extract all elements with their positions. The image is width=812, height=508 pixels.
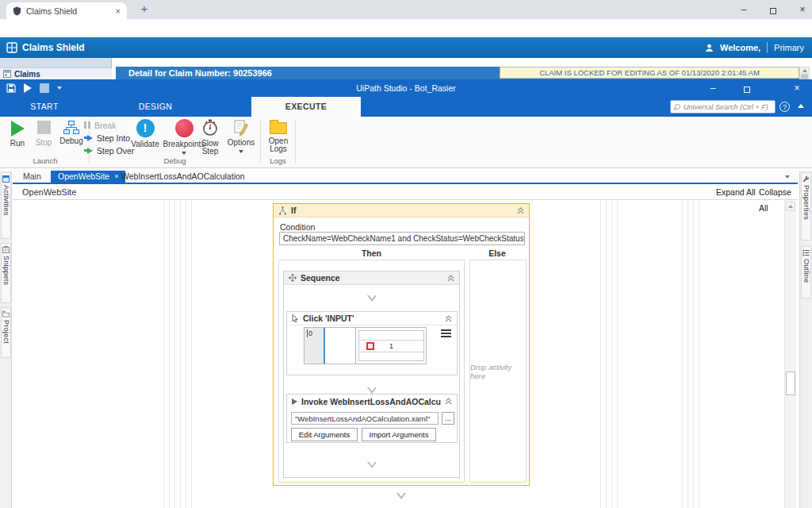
scrollbar-thumb[interactable] — [786, 371, 795, 395]
else-panel[interactable]: Drop activity here — [469, 260, 527, 483]
step-into-icon — [84, 135, 93, 141]
workflow-path-input[interactable]: "WebInsertLossAndAOCalculation.xaml" — [291, 412, 439, 425]
designer-scrollbar[interactable] — [784, 200, 796, 508]
welcome-label[interactable]: Welcome, — [720, 43, 760, 52]
project-folder-icon — [2, 310, 10, 318]
if-activity[interactable]: If Condition CheckName=WebCheckName1 and… — [273, 203, 530, 486]
thumb-cell-text: 0 — [307, 329, 312, 337]
click-input-activity[interactable]: Click 'INPUT' 0 — [286, 311, 458, 375]
sequence-activity[interactable]: Sequence Click 'INPUT' — [283, 271, 460, 478]
thumb-table: 1 — [358, 330, 424, 361]
page-scrollbar-thumb[interactable] — [801, 74, 808, 79]
document-tabstrip: Main OpenWebSite × WebInsertLossAndAOCal… — [13, 171, 799, 183]
profile-link[interactable]: Primary — [774, 43, 804, 52]
tab-execute[interactable]: EXECUTE — [251, 97, 361, 117]
search-placeholder: Universal Search (Ctrl + F) — [684, 103, 768, 111]
group-label-launch: Launch — [5, 156, 86, 165]
open-logs-button[interactable]: Open Logs — [265, 119, 292, 153]
panel-tab-activities[interactable]: Activities — [1, 172, 11, 239]
run-button[interactable]: Run — [5, 119, 30, 148]
uipath-restore-button[interactable] — [733, 79, 760, 97]
breadcrumb[interactable]: OpenWebSite — [22, 184, 76, 200]
page-scrollbar[interactable] — [799, 67, 810, 79]
panel-tab-snippets[interactable]: Snippets — [1, 243, 11, 303]
group-separator — [295, 119, 296, 164]
break-button[interactable]: Break — [84, 120, 116, 130]
panel-tab-properties[interactable]: Properties — [801, 172, 811, 241]
options-icon — [234, 120, 248, 136]
tab-close-icon[interactable]: × — [116, 6, 121, 16]
slow-step-button[interactable]: Slow Step — [197, 119, 224, 156]
collapse-chevron-icon[interactable] — [517, 207, 524, 214]
scroll-up-icon — [788, 205, 793, 208]
universal-search-input[interactable]: Universal Search (Ctrl + F) — [670, 100, 776, 114]
breakpoint-icon — [175, 119, 193, 137]
browser-tabstrip: Claims Shield × + – × — [0, 0, 812, 19]
expand-all-link[interactable]: Expand All — [716, 184, 756, 200]
help-button[interactable]: ? — [779, 102, 790, 112]
uipath-minimize-button[interactable]: – — [699, 79, 726, 97]
browser-minimize-button[interactable]: – — [730, 0, 758, 19]
shield-favicon-icon — [13, 6, 21, 16]
browser-tab-claims-shield[interactable]: Claims Shield × — [6, 2, 127, 19]
collapse-chevron-icon[interactable] — [447, 275, 454, 282]
browser-close-button[interactable]: × — [788, 0, 812, 19]
tab-design[interactable]: DESIGN — [127, 97, 184, 117]
sequence-title: Sequence — [301, 273, 443, 283]
uipath-window-title: UiPath Studio - Bot_Rasier — [0, 79, 812, 97]
scrollbar-up-button[interactable] — [786, 202, 795, 211]
browse-button[interactable]: ... — [442, 412, 454, 425]
new-tab-button[interactable]: + — [136, 2, 152, 15]
else-label: Else — [469, 248, 526, 258]
cursor-icon — [292, 314, 299, 323]
validate-button[interactable]: ! Validate — [128, 119, 162, 148]
stopwatch-icon — [202, 119, 218, 137]
step-over-button[interactable]: Step Over — [84, 145, 134, 156]
browser-restore-button[interactable] — [759, 0, 787, 19]
collapse-chevron-icon[interactable] — [445, 315, 452, 322]
hamburger-menu-icon[interactable] — [441, 329, 451, 337]
import-arguments-button[interactable]: Import Arguments — [362, 428, 436, 441]
activities-icon — [2, 175, 10, 183]
click-activity-header[interactable]: Click 'INPUT' — [287, 312, 457, 325]
if-activity-header[interactable]: If — [274, 204, 529, 217]
drop-connector-icon — [367, 295, 377, 302]
claims-label: Claims — [14, 70, 40, 79]
condition-label: Condition — [280, 222, 315, 232]
step-into-button[interactable]: Step Into — [84, 133, 130, 143]
uipath-close-button[interactable]: × — [783, 79, 810, 97]
screen: Claims Shield × + – × ← → ↻ ⚠ Not secure… — [0, 0, 812, 508]
tab-overflow-chevron-icon[interactable] — [785, 175, 790, 179]
collapse-chevron-icon[interactable] — [445, 398, 452, 405]
pause-icon — [84, 121, 90, 129]
tab-main[interactable]: Main — [16, 171, 48, 183]
sequence-header[interactable]: Sequence — [284, 271, 459, 285]
panel-tab-outline[interactable]: Outline — [801, 246, 811, 298]
group-label-logs: Logs — [261, 156, 295, 165]
panel-tab-project[interactable]: Project — [1, 307, 11, 358]
options-button[interactable]: Options — [225, 119, 257, 153]
edit-arguments-button[interactable]: Edit Arguments — [291, 428, 358, 441]
webapp-header: Claims Shield Welcome, Primary — [0, 37, 812, 58]
restore-icon — [744, 87, 750, 93]
designer-toolbar: OpenWebSite Expand All Collapse All — [13, 184, 798, 200]
tab-webinsertlossandaocalculation[interactable]: WebInsertLossAndAOCalculation — [114, 171, 252, 183]
thumb-value: 1 — [389, 342, 393, 350]
debug-icon — [63, 121, 79, 134]
invoke-workflow-activity[interactable]: Invoke WebInsertLossAndAOCalculation wor… — [286, 394, 458, 443]
sidebar-item-claims[interactable]: Claims — [0, 67, 112, 79]
invoke-activity-header[interactable]: Invoke WebInsertLossAndAOCalculation wor… — [287, 394, 457, 408]
if-title: If — [291, 206, 513, 215]
then-panel: Sequence Click 'INPUT' — [278, 260, 465, 483]
tab-title: Claims Shield — [26, 6, 111, 16]
stop-button[interactable]: Stop — [32, 119, 56, 147]
target-screenshot-thumbnail: 0 1 — [304, 327, 427, 364]
collapse-ribbon-icon[interactable] — [798, 104, 804, 108]
header-divider — [767, 42, 768, 53]
move-icon — [289, 274, 297, 282]
tab-start[interactable]: START — [22, 97, 67, 117]
condition-input[interactable]: CheckName=WebCheckName1 and CheckStatus=… — [279, 232, 525, 245]
debug-button[interactable]: Debug — [57, 119, 86, 145]
invoke-play-icon — [292, 398, 297, 405]
chevron-down-icon — [239, 150, 243, 153]
